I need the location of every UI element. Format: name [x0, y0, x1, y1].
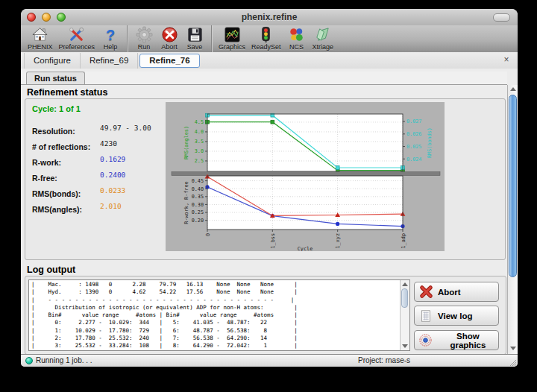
view-log-button-label: View log — [438, 312, 472, 320]
toolbar-help-label: Help — [104, 43, 118, 51]
stat-value: 49.97 - 3.00 — [100, 124, 151, 132]
phenix-home-icon — [31, 26, 50, 43]
log-text: | Mac. : 1498 0 2.28 79.79 16.13 None No… — [31, 281, 298, 351]
readyset-traffic-light-icon — [257, 26, 276, 43]
toolbar-graphics-label: Graphics — [219, 43, 245, 51]
toolbar-phenix-button[interactable]: PHENIX — [25, 26, 56, 52]
show-graphics-icon — [418, 333, 433, 348]
stat-value: 0.2400 — [100, 171, 125, 179]
toolbar-help-button[interactable]: ? Help — [98, 26, 123, 52]
toolbar-group-run: Run Abort — [127, 25, 211, 52]
svg-text:4.0: 4.0 — [195, 129, 204, 135]
log-scrollbar[interactable] — [400, 280, 409, 350]
refinement-status-panel: Cycle: 1 of 1 Resolution: 49.97 - 3.00 #… — [25, 98, 506, 260]
abort-button-label: Abort — [438, 288, 461, 297]
svg-text:2.5: 2.5 — [195, 158, 204, 164]
svg-text:0.20: 0.20 — [192, 218, 204, 224]
svg-text:0.027: 0.027 — [406, 118, 421, 124]
toolbar-phenix-label: PHENIX — [28, 43, 53, 51]
titlebar[interactable]: phenix.refine — [21, 9, 518, 25]
log-scroll-up-icon[interactable] — [402, 282, 408, 286]
stat-value: 4230 — [100, 139, 117, 148]
preferences-tools-icon — [67, 26, 87, 43]
svg-text:0.025: 0.025 — [406, 144, 421, 150]
cycle-status: Cycle: 1 of 1 — [32, 104, 81, 113]
stat-value: 0.1629 — [100, 155, 125, 163]
abort-circle-icon — [160, 26, 179, 43]
toolbar-save-label: Save — [187, 43, 203, 51]
stat-row-rms-angles: RMS(angles): 2.010 — [32, 202, 82, 212]
show-graphics-button-label: Show graphics — [438, 332, 498, 350]
log-scroll-down-icon[interactable] — [402, 344, 408, 348]
tab-refine-69[interactable]: Refine_69 — [81, 53, 138, 69]
help-question-icon: ? — [101, 26, 120, 43]
stat-label: # of reflections: — [32, 142, 90, 151]
scroll-up-icon[interactable] — [510, 87, 516, 91]
window-title: phenix.refine — [21, 12, 518, 22]
view-log-button[interactable]: View log — [414, 306, 499, 326]
toolbar-abort-button[interactable]: Abort — [157, 26, 182, 52]
toolbar-toggle-capsule[interactable] — [493, 13, 510, 22]
stat-row-rms-bonds: RMS(bonds): 0.0233 — [32, 186, 81, 197]
subtab-strip: Run status — [21, 72, 507, 85]
svg-text:1_bss: 1_bss — [270, 233, 276, 248]
show-graphics-button[interactable]: Show graphics — [414, 330, 499, 350]
refinement-status-heading: Refinement status — [27, 87, 107, 98]
stat-label: Resolution: — [32, 127, 75, 136]
svg-text:0.25: 0.25 — [192, 209, 204, 215]
toolbar-preferences-label: Preferences — [59, 43, 95, 51]
tab-configure[interactable]: Configure — [24, 53, 81, 69]
toolbar-graphics-button[interactable]: Graphics — [216, 26, 248, 52]
main-scrollbar[interactable] — [507, 85, 518, 355]
toolbar-readyset-button[interactable]: ReadySet — [248, 26, 284, 52]
tab-close-icon[interactable]: × — [501, 54, 512, 65]
stat-value: 0.0233 — [100, 186, 125, 195]
svg-text:0.35: 0.35 — [192, 194, 204, 200]
toolbar-ncs-label: NCS — [289, 43, 304, 51]
svg-text:4.5: 4.5 — [195, 119, 204, 125]
ncs-spheres-icon — [287, 26, 307, 43]
log-scrollbar-thumb[interactable] — [401, 288, 408, 308]
toolbar-group-tools: Graphics ReadySet — [211, 25, 340, 52]
run-status-page: Run status Refinement status Cycle: 1 of… — [21, 69, 518, 355]
stat-label: R-free: — [32, 174, 57, 183]
svg-text:0.30: 0.30 — [192, 202, 204, 208]
abort-x-icon — [418, 285, 433, 300]
svg-text:Cycle: Cycle — [298, 246, 313, 252]
action-buttons: Abort View — [414, 276, 500, 354]
svg-text:3.5: 3.5 — [195, 139, 204, 145]
stat-value: 2.010 — [100, 202, 122, 210]
tab-refine-76[interactable]: Refine_76 — [139, 54, 199, 68]
xtriage-crystal-icon — [313, 26, 333, 43]
log-output-text-area[interactable]: | Mac. : 1498 0 2.28 79.79 16.13 None No… — [28, 279, 410, 351]
tab-run-status[interactable]: Run status — [26, 72, 85, 84]
toolbar-xtriage-label: Xtriage — [313, 43, 334, 51]
stat-label: RMS(angles): — [32, 205, 82, 214]
svg-text:0.45: 0.45 — [192, 178, 204, 184]
stat-label: RMS(bonds): — [32, 189, 81, 198]
toolbar-run-label: Run — [138, 43, 151, 51]
toolbar-xtriage-button[interactable]: Xtriage — [310, 26, 337, 52]
run-gear-icon — [134, 26, 154, 43]
svg-text:RMS(angles): RMS(angles) — [183, 126, 189, 159]
log-output-section: | Mac. : 1498 0 2.28 79.79 16.13 None No… — [25, 276, 506, 355]
svg-text:0.026: 0.026 — [406, 131, 421, 137]
svg-text:1_xyz: 1_xyz — [335, 233, 341, 248]
toolbar-preferences-button[interactable]: Preferences — [56, 26, 98, 52]
view-log-icon — [418, 309, 433, 323]
toolbar-run-button[interactable]: Run — [131, 26, 157, 52]
toolbar-ncs-button[interactable]: NCS — [284, 26, 310, 52]
phenix-refine-window: phenix.refine PHENIX — [21, 9, 518, 367]
running-status-icon — [25, 357, 33, 364]
status-project-text: Project: rnase-s — [358, 356, 410, 364]
svg-text:0.40: 0.40 — [192, 186, 204, 192]
stat-row-reflections: # of reflections: 4230 — [32, 139, 90, 150]
scroll-down-icon[interactable] — [510, 347, 516, 350]
toolbar-save-button[interactable]: Save — [182, 26, 207, 52]
log-output-heading: Log output — [27, 265, 75, 275]
stat-row-rfree: R-free: 0.2400 — [32, 171, 57, 181]
resize-grip[interactable] — [508, 358, 517, 367]
abort-button[interactable]: Abort — [414, 282, 499, 302]
main-scrollbar-thumb[interactable] — [509, 95, 517, 277]
desktop: phenix.refine PHENIX — [0, 0, 537, 392]
